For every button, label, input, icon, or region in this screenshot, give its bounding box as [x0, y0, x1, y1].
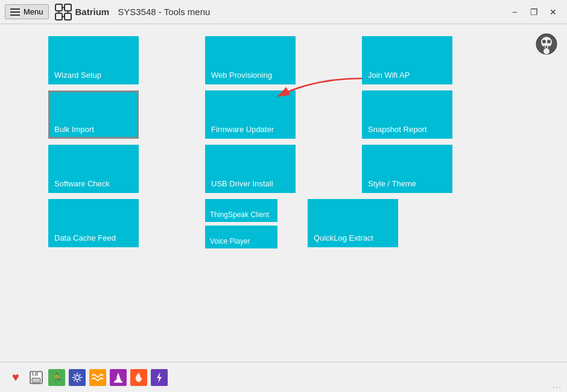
hamburger-icon	[10, 8, 20, 16]
svg-rect-0	[55, 4, 62, 11]
tile-software-check[interactable]: Software Check	[48, 145, 139, 193]
heart-icon[interactable]: ♥	[7, 369, 24, 386]
close-button[interactable]: ✕	[544, 3, 562, 21]
batrium-logo-icon	[55, 4, 72, 21]
disk-icon[interactable]	[28, 369, 45, 386]
tile-data-cache-feed[interactable]: Data Cache Feed	[48, 199, 139, 247]
menu-label: Menu	[24, 7, 43, 16]
tile-row-2: Bulk Import Firmware Updater Snapshot Re…	[48, 90, 519, 139]
svg-point-29	[116, 378, 117, 379]
svg-rect-3	[65, 13, 71, 20]
window-title: SYS3548 - Tools menu	[118, 7, 210, 17]
app-name: Batrium	[75, 7, 110, 17]
avatar-area[interactable]	[536, 33, 557, 57]
svg-rect-28	[114, 381, 122, 383]
waves-icon[interactable]	[89, 369, 106, 386]
svg-rect-2	[55, 13, 62, 20]
tile-voice-player[interactable]: Voice Player	[205, 226, 277, 248]
tile-snapshot-report[interactable]: Snapshot Report	[362, 90, 452, 139]
minimize-button[interactable]: −	[505, 3, 524, 21]
restore-button[interactable]: ❐	[525, 3, 543, 21]
svg-rect-19	[32, 378, 40, 382]
tile-usb-driver-install[interactable]: USB Driver Install	[205, 145, 296, 193]
logo-area: Batrium SYS3548 - Tools menu	[55, 4, 211, 21]
fire-icon[interactable]	[130, 369, 147, 386]
tile-quicklog-extract[interactable]: QuickLog Extract	[308, 199, 398, 247]
tile-row-1: Wizard Setup Web Provisioning Join Wifi …	[48, 36, 519, 84]
tile-wizard-setup[interactable]: Wizard Setup	[48, 36, 139, 84]
lightning-icon[interactable]	[151, 369, 168, 386]
svg-point-10	[542, 40, 546, 43]
thingspeak-voice-stack: ThingSpeak Client Voice Player	[205, 199, 277, 248]
main-content: Wizard Setup Web Provisioning Join Wifi …	[0, 24, 567, 261]
settings-icon[interactable]	[69, 369, 86, 386]
svg-point-11	[547, 40, 551, 43]
tile-web-provisioning[interactable]: Web Provisioning	[205, 36, 296, 84]
tile-thingspeak-client[interactable]: ThingSpeak Client	[205, 199, 277, 222]
title-bar-controls: − ❐ ✕	[505, 0, 562, 24]
bottom-toolbar: ♥ 🏃	[0, 362, 567, 392]
title-bar: Menu Batrium SYS3548 - Tools menu − ❐ ✕	[0, 0, 567, 24]
svg-rect-12	[543, 46, 550, 48]
tile-join-wifi-ap[interactable]: Join Wifi AP	[362, 36, 452, 84]
svg-rect-20	[34, 372, 35, 375]
menu-button[interactable]: Menu	[5, 4, 49, 19]
run-icon[interactable]: 🏃	[48, 369, 65, 386]
tile-style-theme[interactable]: Style / Theme	[362, 145, 452, 193]
svg-text:🏃: 🏃	[52, 373, 63, 383]
svg-rect-1	[65, 4, 71, 11]
tile-row-4: Data Cache Feed ThingSpeak Client Voice …	[48, 199, 519, 248]
avatar-icon	[536, 33, 557, 55]
tile-bulk-import[interactable]: Bulk Import	[48, 90, 139, 139]
ellipsis-indicator: ...	[553, 381, 562, 390]
wizard-hat-icon[interactable]	[110, 369, 127, 386]
tile-row-3: Software Check USB Driver Install Style …	[48, 145, 519, 193]
tile-firmware-updater[interactable]: Firmware Updater	[205, 90, 296, 139]
svg-point-15	[543, 48, 550, 54]
